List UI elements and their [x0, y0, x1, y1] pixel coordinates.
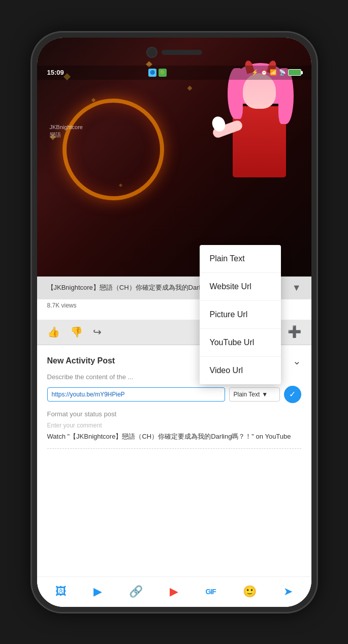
comment-text[interactable]: Watch "【JKBnightcore】戀語（CH）你確定要成為我的Darli…: [47, 432, 301, 449]
dropdown-item-picture-url[interactable]: Picture Url: [200, 301, 281, 329]
like-icon[interactable]: 👍: [47, 326, 60, 338]
particle-5: [187, 85, 192, 90]
notification-icons: 🔵 🟢: [148, 69, 167, 77]
volume-up-button: [32, 129, 34, 155]
speaker-grille: [162, 50, 202, 55]
add-to-playlist-icon[interactable]: ➕: [288, 325, 301, 339]
wifi-icon: 📶: [270, 69, 277, 76]
dropdown-item-video-url[interactable]: Video Url: [200, 357, 281, 384]
share-icon[interactable]: ↪: [93, 326, 102, 338]
dropdown-arrow-icon: ▼: [262, 391, 268, 398]
dropdown-item-plain-text[interactable]: Plain Text: [200, 245, 281, 273]
dropdown-item-website-url[interactable]: Website Url: [200, 273, 281, 301]
watermark-channel: JKBnightcore: [50, 124, 83, 131]
phone-body: 15:09 🔵 🟢 ⚡ ⏰ 📶 📡: [32, 33, 317, 612]
expand-icon[interactable]: ▼: [292, 283, 301, 293]
alarm-icon: ⏰: [261, 69, 268, 76]
mute-button: [32, 195, 34, 221]
notification-icon-2: 🟢: [159, 69, 167, 77]
status-bar: 15:09 🔵 🟢 ⚡ ⏰ 📶 📡: [37, 66, 311, 80]
notification-icon-1: 🔵: [148, 69, 156, 77]
signal-bars-icon: 📡: [279, 69, 286, 76]
format-label: Format your status post: [47, 410, 301, 418]
dropdown-item-youtube-url[interactable]: YouTube Url: [200, 329, 281, 357]
bluetooth-icon: ⚡: [251, 69, 259, 76]
comment-placeholder: Enter your comment: [47, 422, 301, 429]
type-dropdown[interactable]: Plain Text ▼: [229, 387, 280, 402]
particle-2: [91, 98, 95, 102]
power-button: [315, 149, 317, 190]
phone-screen: 15:09 🔵 🟢 ⚡ ⏰ 📶 📡: [37, 38, 311, 607]
emoji-icon[interactable]: 🙂: [243, 585, 257, 598]
anime-character: [212, 73, 304, 236]
video-upload-icon[interactable]: ▶: [93, 585, 102, 598]
video-views: 8.7K views: [47, 302, 77, 309]
camera-area: [146, 47, 202, 58]
front-camera: [146, 47, 157, 58]
image-upload-icon[interactable]: 🖼: [55, 585, 67, 598]
youtube-icon[interactable]: ▶: [170, 585, 178, 598]
confirm-button[interactable]: ✓: [284, 386, 301, 403]
type-dropdown-menu: Plain Text Website Url Picture Url YouTu…: [200, 245, 281, 384]
type-label: Plain Text: [234, 391, 260, 398]
video-watermark: JKBnightcore 戀語: [50, 124, 83, 139]
battery-icon: [288, 69, 301, 76]
activity-title: New Activity Post: [47, 356, 115, 365]
status-time: 15:09: [47, 69, 64, 76]
url-input[interactable]: [47, 387, 225, 402]
send-icon[interactable]: ➤: [283, 585, 293, 598]
watermark-subtitle: 戀語: [50, 131, 83, 139]
url-row: Plain Text ▼ ✓: [47, 386, 301, 403]
gif-icon[interactable]: GIF: [205, 588, 215, 596]
status-right-icons: ⚡ ⏰ 📶 📡: [251, 69, 301, 76]
post-toolbar: 🖼 ▶ 🔗 ▶ GIF 🙂 ➤: [37, 576, 311, 607]
video-ring-decoration: [62, 99, 164, 200]
volume-down-button: [32, 162, 34, 188]
phone-frame: 15:09 🔵 🟢 ⚡ ⏰ 📶 📡: [0, 0, 348, 644]
collapse-chevron-icon[interactable]: ⌄: [293, 355, 301, 367]
link-icon[interactable]: 🔗: [129, 585, 143, 598]
activity-post-section: New Activity Post ⌄ Describe the content…: [37, 347, 311, 607]
dislike-icon[interactable]: 👎: [70, 326, 83, 338]
